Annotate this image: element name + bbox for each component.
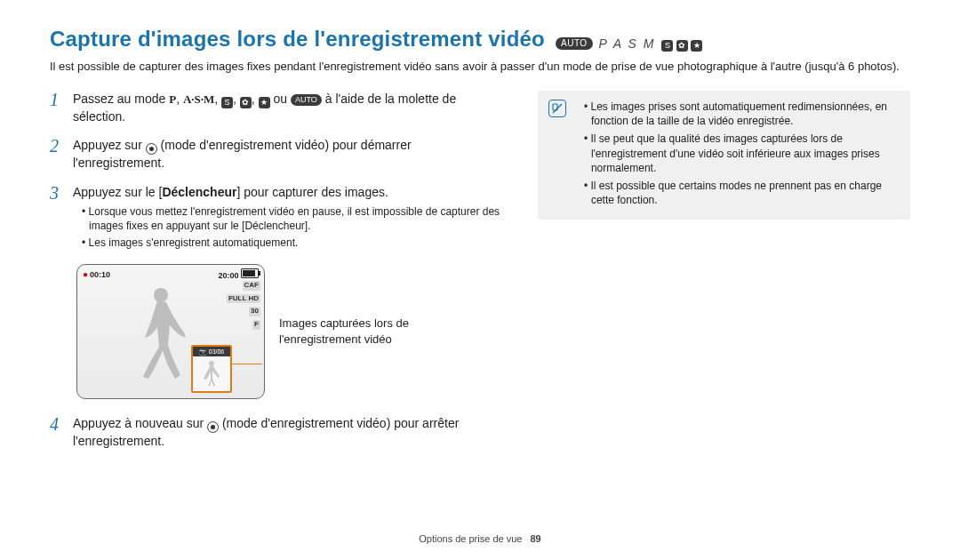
dancer-silhouette [131,284,193,387]
battery-icon [241,268,259,278]
step-body: Appuyez à nouveau sur (mode d'enregistre… [73,415,502,453]
note-item: Il se peut que la qualité des images cap… [584,132,900,175]
rec-dot-icon: ● [83,269,88,279]
note-item: Les images prises sont automatiquement r… [584,100,900,128]
svg-point-1 [209,361,214,366]
col-right: Les images prises sont automatiquement r… [538,91,910,462]
rec-time: ●00:10 [83,268,110,281]
footer-section: Options de prise de vue [419,533,522,544]
page-footer: Options de prise de vue 89 [0,532,960,546]
magic-icon: ★ [259,97,270,108]
shot-topbar: ●00:10 20:00 [83,268,259,281]
fullhd-icon: FULL HD [227,294,260,304]
note-box: Les images prises sont automatiquement r… [538,91,910,220]
columns: 1 Passez au mode P, A·S·M, S, ✿, ★ ou AU… [50,91,910,462]
step-text: Appuyez sur [73,138,146,152]
step-body: Appuyez sur (mode d'enregistrement vidéo… [73,137,502,175]
mode-glyphs: S ✿ ★ [661,36,702,52]
callout-line [230,364,262,364]
shutter-label: Déclencheur [162,185,236,199]
step-text: Appuyez à nouveau sur [73,416,207,430]
note-icon [548,100,566,117]
step-text: Appuyez sur le [ [73,185,162,199]
auto-pill: AUTO [556,37,593,50]
step-3: 3 Appuyez sur le [Déclencheur] pour capt… [50,184,502,254]
scene-icon: ✿ [676,40,688,52]
record-button-icon [146,143,157,155]
shot-right-icons: CAF FULL HD 30 F [227,281,260,330]
page-title: Capture d'images lors de l'enregistremen… [50,25,545,53]
step-number: 4 [50,415,62,453]
page-number: 89 [531,533,541,544]
screenshot-caption: Images capturées lors de l'enregistremen… [279,316,421,347]
step-1: 1 Passez au mode P, A·S·M, S, ✿, ★ ou AU… [50,91,502,128]
thumb-header: 📷 03/06 [193,347,230,356]
capture-thumbnail: 📷 03/06 [191,345,232,393]
step-body: Passez au mode P, A·S·M, S, ✿, ★ ou AUTO… [73,91,502,128]
shot-right-top: 20:00 [218,268,259,281]
thumb-counter: 03/06 [209,348,225,356]
step-4: 4 Appuyez à nouveau sur (mode d'enregist… [50,415,502,453]
screenshot-row: ●00:10 20:00 CAF FULL HD 30 F [76,264,502,399]
note-item: Il est possible que certains modes ne pr… [584,179,900,207]
step-number: 3 [50,184,62,254]
caf-icon: CAF [243,281,260,291]
mode-asm: A·S·M [183,92,214,106]
fader-icon: F [252,320,260,330]
mode-strip: AUTO P A S M S ✿ ★ [556,36,702,52]
scene-icon: ✿ [240,97,252,108]
fps-icon: 30 [249,307,260,316]
magic-icon: ★ [691,40,702,52]
bullet: Lorsque vous mettez l'enregistrement vid… [82,204,502,233]
step-2: 2 Appuyez sur (mode d'enregistrement vid… [50,137,502,175]
auto-pill: AUTO [291,94,322,106]
intro-text: Il est possible de capturer des images f… [50,59,910,75]
step-number: 2 [50,137,62,175]
step-text: ou [274,92,291,106]
svg-point-0 [154,288,168,302]
smart-icon: S [661,40,673,52]
camera-icon: 📷 [199,348,207,356]
total-time: 20:00 [218,271,238,280]
smart-icon: S [221,97,233,108]
bullet: Les images s'enregistrent automatiquemen… [82,236,502,250]
title-row: Capture d'images lors de l'enregistremen… [50,25,910,53]
sub-bullets: Lorsque vous mettez l'enregistrement vid… [73,204,502,250]
camera-screenshot: ●00:10 20:00 CAF FULL HD 30 F [76,264,265,399]
manual-page: Capture d'images lors de l'enregistremen… [0,0,960,560]
step-body: Appuyez sur le [Déclencheur] pour captur… [73,184,502,254]
step-text: ] pour capturer des images. [236,185,388,199]
note-list: Les images prises sont automatiquement r… [575,100,900,211]
step-number: 1 [50,91,62,128]
mode-p: P [169,92,176,106]
mode-letters: P A S M [599,36,656,52]
record-button-icon [207,421,219,433]
step-text: Passez au mode [73,92,169,106]
col-left: 1 Passez au mode P, A·S·M, S, ✿, ★ ou AU… [50,91,502,462]
